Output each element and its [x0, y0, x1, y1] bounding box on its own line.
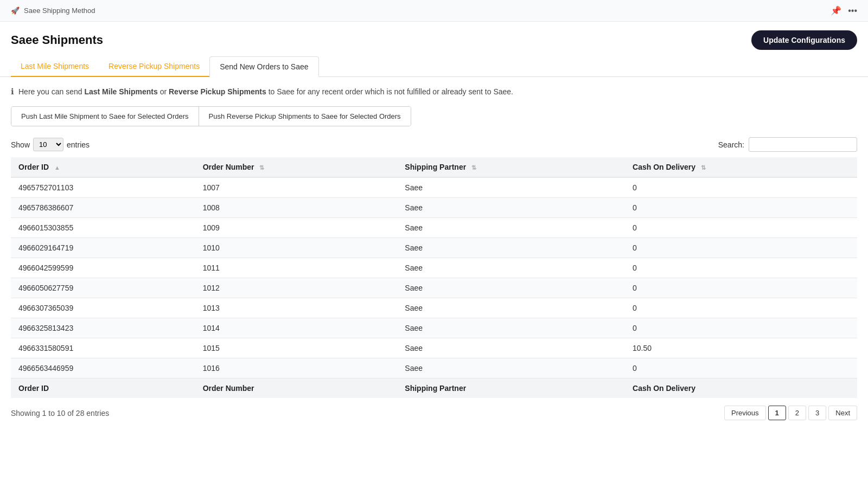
tab-reverse-pickup[interactable]: Reverse Pickup Shipments: [99, 56, 209, 77]
cell-cash-on-delivery: 0: [625, 198, 857, 218]
cell-order-number: 1010: [195, 238, 398, 258]
page-2-button[interactable]: 2: [788, 406, 806, 420]
tab-send-new-orders[interactable]: Send New Orders to Saee: [209, 56, 318, 77]
table-row: 4966015303855 1009 Saee 0: [11, 218, 857, 238]
cell-order-number: 1013: [195, 298, 398, 318]
table-row: 4966042599599 1011 Saee 0: [11, 258, 857, 278]
table-controls: Show 10 25 50 100 entries Search:: [11, 137, 857, 152]
push-reverse-pickup-button[interactable]: Push Reverse Pickup Shipments to Saee fo…: [199, 107, 411, 126]
col-order-id-label: Order ID: [18, 163, 49, 171]
cell-order-id: 4966015303855: [11, 218, 195, 238]
orders-table: Order ID ▲ Order Number ⇅ Shipping Partn…: [11, 157, 857, 398]
page-title: Saee Shipments: [11, 33, 103, 47]
top-bar: 🚀 Saee Shipping Method 📌 •••: [0, 0, 868, 22]
table-row: 4965752701103 1007 Saee 0: [11, 177, 857, 198]
col-shipping-partner[interactable]: Shipping Partner ⇅: [397, 157, 625, 177]
col-order-number[interactable]: Order Number ⇅: [195, 157, 398, 177]
cell-order-id: 4966331580591: [11, 338, 195, 358]
table-row: 4966029164719 1010 Saee 0: [11, 238, 857, 258]
table-footer-row: Order ID Order Number Shipping Partner C…: [11, 378, 857, 399]
cell-cash-on-delivery: 0: [625, 318, 857, 338]
cell-order-number: 1016: [195, 358, 398, 378]
cell-order-number: 1012: [195, 278, 398, 298]
col-cash-on-delivery[interactable]: Cash On Delivery ⇅: [625, 157, 857, 177]
showing-text: Showing 1 to 10 of 28 entries: [11, 409, 109, 418]
top-bar-actions: 📌 •••: [831, 5, 857, 16]
page-1-button[interactable]: 1: [768, 406, 786, 420]
sort-shipping-partner-icon: ⇅: [471, 164, 476, 171]
table-row: 4966307365039 1013 Saee 0: [11, 298, 857, 318]
cell-order-id: 4966325813423: [11, 318, 195, 338]
entries-label: entries: [67, 140, 90, 149]
table-row: 4966563446959 1016 Saee 0: [11, 358, 857, 378]
sort-order-id-icon: ▲: [54, 164, 60, 171]
cell-order-id: 4966307365039: [11, 298, 195, 318]
cell-cash-on-delivery: 0: [625, 238, 857, 258]
col-shipping-partner-label: Shipping Partner: [405, 163, 466, 171]
main-content: ℹ Here you can send Last Mile Shipments …: [0, 77, 868, 430]
table-row: 4965786386607 1008 Saee 0: [11, 198, 857, 218]
cell-cash-on-delivery: 0: [625, 358, 857, 378]
sort-cash-on-delivery-icon: ⇅: [701, 164, 706, 171]
footer-col-shipping-partner: Shipping Partner: [397, 378, 625, 399]
tabs-bar: Last Mile Shipments Reverse Pickup Shipm…: [0, 56, 868, 77]
action-button-group: Push Last Mile Shipment to Saee for Sele…: [11, 106, 411, 126]
pagination-row: Showing 1 to 10 of 28 entries Previous 1…: [11, 406, 857, 420]
col-order-number-label: Order Number: [203, 163, 254, 171]
cell-shipping-partner: Saee: [397, 358, 625, 378]
info-text: Here you can send Last Mile Shipments or…: [18, 87, 513, 96]
table-row: 4966331580591 1015 Saee 10.50: [11, 338, 857, 358]
cell-cash-on-delivery: 10.50: [625, 338, 857, 358]
cell-order-number: 1007: [195, 177, 398, 198]
show-entries-control: Show 10 25 50 100 entries: [11, 138, 90, 151]
cell-order-id: 4966029164719: [11, 238, 195, 258]
cell-shipping-partner: Saee: [397, 198, 625, 218]
cell-order-number: 1009: [195, 218, 398, 238]
info-bar: ℹ Here you can send Last Mile Shipments …: [11, 87, 857, 97]
cell-order-number: 1014: [195, 318, 398, 338]
next-page-button[interactable]: Next: [828, 406, 857, 420]
search-box: Search:: [718, 137, 857, 152]
show-label: Show: [11, 140, 30, 149]
push-last-mile-button[interactable]: Push Last Mile Shipment to Saee for Sele…: [11, 107, 199, 126]
cell-order-number: 1008: [195, 198, 398, 218]
cell-shipping-partner: Saee: [397, 278, 625, 298]
previous-page-button[interactable]: Previous: [724, 406, 766, 420]
table-row: 4966325813423 1014 Saee 0: [11, 318, 857, 338]
cell-order-id: 4966563446959: [11, 358, 195, 378]
tab-last-mile[interactable]: Last Mile Shipments: [11, 56, 99, 77]
cell-cash-on-delivery: 0: [625, 177, 857, 198]
cell-cash-on-delivery: 0: [625, 278, 857, 298]
table-header-row: Order ID ▲ Order Number ⇅ Shipping Partn…: [11, 157, 857, 177]
more-icon[interactable]: •••: [848, 6, 857, 16]
bold-reverse-pickup: Reverse Pickup Shipments: [169, 87, 266, 96]
app-name: Saee Shipping Method: [24, 7, 95, 15]
search-input[interactable]: [749, 137, 857, 152]
table-row: 4966050627759 1012 Saee 0: [11, 278, 857, 298]
bold-last-mile: Last Mile Shipments: [84, 87, 157, 96]
app-name-area: 🚀 Saee Shipping Method: [11, 7, 95, 15]
cell-shipping-partner: Saee: [397, 238, 625, 258]
cell-order-number: 1015: [195, 338, 398, 358]
cell-shipping-partner: Saee: [397, 298, 625, 318]
col-order-id[interactable]: Order ID ▲: [11, 157, 195, 177]
cell-order-number: 1011: [195, 258, 398, 278]
pin-icon[interactable]: 📌: [831, 5, 841, 16]
col-cash-on-delivery-label: Cash On Delivery: [633, 163, 695, 171]
page-3-button[interactable]: 3: [808, 406, 826, 420]
cell-order-id: 4966042599599: [11, 258, 195, 278]
cell-shipping-partner: Saee: [397, 177, 625, 198]
footer-col-order-id: Order ID: [11, 378, 195, 399]
info-icon: ℹ: [11, 87, 14, 97]
entries-select[interactable]: 10 25 50 100: [33, 138, 63, 151]
cell-shipping-partner: Saee: [397, 258, 625, 278]
update-configurations-button[interactable]: Update Configurations: [751, 30, 857, 50]
cell-cash-on-delivery: 0: [625, 258, 857, 278]
main-header: Saee Shipments Update Configurations: [0, 22, 868, 56]
footer-col-order-number: Order Number: [195, 378, 398, 399]
search-label: Search:: [718, 140, 744, 149]
cell-order-id: 4965786386607: [11, 198, 195, 218]
app-logo-icon: 🚀: [11, 7, 20, 15]
cell-order-id: 4965752701103: [11, 177, 195, 198]
pagination-controls: Previous 1 2 3 Next: [724, 406, 857, 420]
